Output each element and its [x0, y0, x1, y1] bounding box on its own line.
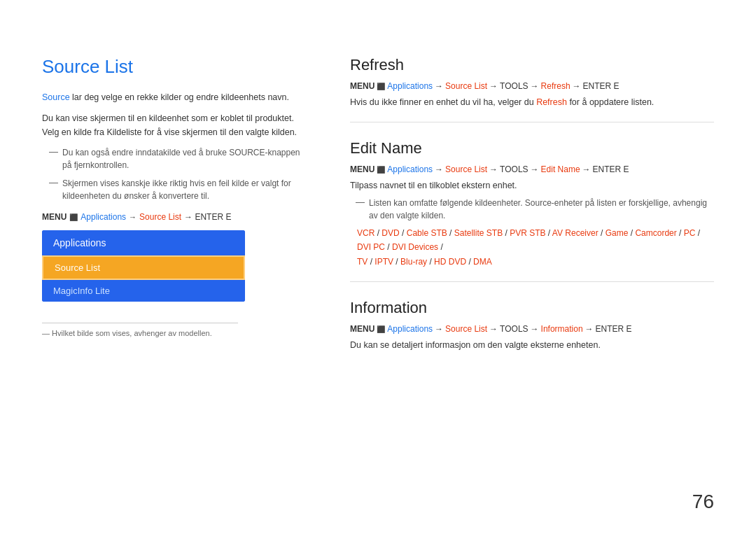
- information-arrow3: →: [531, 324, 539, 334]
- editname-arrow2: →: [489, 164, 498, 174]
- information-arrow2: →: [489, 324, 498, 334]
- editname-desc: Tilpass navnet til en tilkoblet ekstern …: [350, 178, 714, 192]
- information-static2: ENTER E: [596, 324, 632, 334]
- refresh-arrow2: →: [489, 81, 498, 91]
- intro1-text: lar deg velge en rekke kilder og endre k…: [70, 92, 289, 102]
- editname-arrow4: →: [582, 164, 591, 174]
- editname-menu-blue1: Applications: [387, 164, 433, 174]
- note-dash-1: —: [49, 146, 58, 157]
- divider-1: [350, 122, 714, 122]
- editname-menu-red1: Source List: [445, 164, 487, 174]
- device-satellitestb: Satellite STB: [454, 228, 503, 238]
- refresh-menu-red1: Source List: [445, 81, 487, 91]
- refresh-title: Refresh: [350, 56, 714, 74]
- device-camcorder: Camcorder: [635, 228, 676, 238]
- device-tv: TV: [357, 257, 368, 267]
- intro-paragraph-1: Source lar deg velge en rekke kilder og …: [42, 90, 308, 104]
- refresh-static2: ENTER E: [583, 81, 620, 91]
- page-title: Source List: [42, 56, 308, 78]
- information-desc: Du kan se detaljert informasjon om den v…: [350, 338, 714, 352]
- source-highlight: Source: [42, 92, 70, 102]
- information-arrow4: →: [585, 324, 594, 334]
- device-bluray: Blu-ray: [400, 257, 427, 267]
- information-menu-red1: Source List: [445, 324, 487, 334]
- refresh-menu-red2: Refresh: [541, 81, 570, 91]
- refresh-desc-red: Refresh: [536, 97, 567, 107]
- menu-path-sourcelist: Source List: [139, 212, 181, 222]
- page-number: 76: [692, 491, 714, 513]
- information-menu-label: MENU: [350, 324, 374, 334]
- menu-label: MENU: [42, 212, 66, 222]
- note-text-1: Du kan også endre inndatakilde ved å bru…: [62, 146, 308, 171]
- menu-arrow-1: →: [129, 213, 136, 221]
- note-2: — Skjermen vises kanskje ikke riktig hvi…: [42, 177, 308, 202]
- mockup-item-inactive[interactable]: MagicInfo Lite: [42, 280, 245, 302]
- device-cablestb: Cable STB: [407, 228, 447, 238]
- information-menu-icon: ⬛: [377, 325, 385, 333]
- information-title: Information: [350, 299, 714, 317]
- device-pvrstb: PVR STB: [510, 228, 545, 238]
- editname-menu-path: MENU ⬛ Applications → Source List → TOOL…: [350, 164, 714, 174]
- device-pc: PC: [684, 228, 696, 238]
- refresh-desc-end: for å oppdatere listen.: [567, 97, 654, 107]
- refresh-arrow3: →: [531, 81, 539, 91]
- information-menu-path: MENU ⬛ Applications → Source List → TOOL…: [350, 324, 714, 334]
- divider-2: [350, 281, 714, 282]
- editname-arrow1: →: [435, 164, 443, 174]
- information-arrow1: →: [435, 324, 443, 334]
- refresh-menu-label: MENU: [350, 81, 374, 91]
- information-menu-blue1: Applications: [387, 324, 433, 334]
- editname-menu-icon: ⬛: [377, 166, 385, 174]
- editname-note-start: Listen kan omfatte følgende kildeenheter…: [369, 198, 525, 208]
- editname-static2: ENTER E: [593, 164, 629, 174]
- refresh-arrow4: →: [573, 81, 581, 91]
- device-dma: DMA: [473, 257, 492, 267]
- mockup-item-active[interactable]: Source List: [42, 255, 245, 280]
- note-1: — Du kan også endre inndatakilde ved å b…: [42, 146, 308, 171]
- note-dash-2: —: [49, 177, 58, 188]
- refresh-arrow1: →: [435, 81, 443, 91]
- ui-mockup: Applications Source List MagicInfo Lite: [42, 230, 245, 302]
- mockup-header: Applications: [42, 230, 245, 255]
- refresh-menu-blue1: Applications: [387, 81, 433, 91]
- device-iptv: IPTV: [374, 257, 393, 267]
- device-dvipc: DVI PC: [357, 242, 385, 252]
- device-game: Game: [606, 228, 629, 238]
- left-menu-path: MENU ⬛ Applications → Source List → ENTE…: [42, 212, 308, 222]
- editname-menu-red2: Edit Name: [541, 164, 580, 174]
- device-vcr: VCR: [357, 228, 374, 238]
- refresh-static1: TOOLS: [500, 81, 528, 91]
- note-text-2: Skjermen vises kanskje ikke riktig hvis …: [62, 177, 308, 202]
- left-column: Source List Source lar deg velge en rekk…: [42, 56, 308, 506]
- information-static1: TOOLS: [500, 324, 528, 334]
- editname-note-text: Listen kan omfatte følgende kildeenheter…: [369, 197, 714, 222]
- refresh-desc: Hvis du ikke finner en enhet du vil ha, …: [350, 95, 714, 109]
- refresh-menu-path: MENU ⬛ Applications → Source List → TOOL…: [350, 81, 714, 91]
- right-column: Refresh MENU ⬛ Applications → Source Lis…: [350, 56, 714, 506]
- device-avreceiver: AV Receiver: [552, 228, 598, 238]
- page-container: Source List Source lar deg velge en rekk…: [0, 0, 756, 534]
- editname-note-blue: Source: [525, 198, 552, 208]
- device-list: VCR / DVD / Cable STB / Satellite STB / …: [350, 226, 714, 269]
- footnote: — Hvilket bilde som vises, avhenger av m…: [42, 323, 238, 337]
- editname-arrow3: →: [531, 164, 539, 174]
- editname-menu-label: MENU: [350, 164, 374, 174]
- refresh-desc-start: Hvis du ikke finner en enhet du vil ha, …: [350, 97, 536, 107]
- intro-paragraph-2: Du kan vise skjermen til en kildeenhet s…: [42, 111, 308, 139]
- editname-note-dash: —: [356, 197, 365, 207]
- device-dvidevices: DVI Devices: [392, 242, 438, 252]
- menu-path-applications: Applications: [80, 212, 126, 222]
- menu-icon: ⬛: [69, 213, 78, 221]
- information-menu-red2: Information: [541, 324, 583, 334]
- device-dvd: DVD: [382, 228, 399, 238]
- editname-note: — Listen kan omfatte følgende kildeenhet…: [350, 197, 714, 222]
- device-hddvd: HD DVD: [434, 257, 466, 267]
- editname-title: Edit Name: [350, 139, 714, 157]
- editname-static1: TOOLS: [500, 164, 528, 174]
- menu-path-end: → ENTER E: [184, 212, 231, 222]
- refresh-menu-icon: ⬛: [377, 83, 385, 90]
